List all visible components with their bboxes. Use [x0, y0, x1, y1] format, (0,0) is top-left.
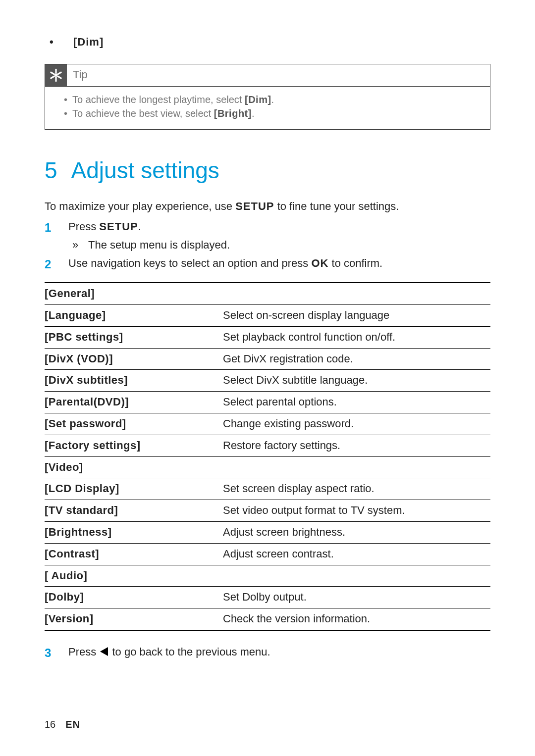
- setting-name: [Contrast]: [45, 543, 223, 565]
- intro-text: To maximize your play experience, use SE…: [45, 199, 490, 214]
- setting-desc: [223, 565, 490, 587]
- setting-name: [TV standard]: [45, 500, 223, 522]
- bullet-dot: •: [50, 35, 73, 50]
- step-3: 3 Press to go back to the previous menu.: [45, 645, 490, 661]
- tip-title: Tip: [73, 67, 88, 83]
- setting-name: [PBC settings]: [45, 326, 223, 348]
- step-number: 3: [45, 645, 68, 661]
- setting-desc: Set playback control function on/off.: [223, 326, 490, 348]
- step-number: 2: [45, 256, 68, 273]
- tip-body: To achieve the longest playtime, select …: [45, 86, 490, 129]
- setting-name: [Brightness]: [45, 521, 223, 543]
- setting-desc: Change existing password.: [223, 413, 490, 435]
- svg-point-0: [54, 74, 57, 77]
- setting-name: [LCD Display]: [45, 478, 223, 500]
- setting-desc: Set Dolby output.: [223, 587, 490, 608]
- section-heading: 5 Adjust settings: [45, 154, 490, 186]
- setting-desc: Select parental options.: [223, 392, 490, 413]
- setting-name: [Parental(DVD)]: [45, 392, 223, 413]
- setting-name: [ Audio]: [45, 565, 223, 587]
- setting-name: [DivX (VOD)]: [45, 348, 223, 370]
- step-body: Use navigation keys to select an option …: [68, 256, 490, 273]
- table-row: [Parental(DVD)]Select parental options.: [45, 392, 490, 413]
- table-row: [Contrast]Adjust screen contrast.: [45, 543, 490, 565]
- step: 1Press SETUP.»The setup menu is displaye…: [45, 219, 490, 253]
- setting-name: [Video]: [45, 456, 223, 478]
- table-row: [PBC settings]Set playback control funct…: [45, 326, 490, 348]
- setting-name: [Set password]: [45, 413, 223, 435]
- substep: »The setup menu is displayed.: [68, 238, 490, 253]
- table-row: [Version]Check the version information.: [45, 608, 490, 630]
- setting-name: [Language]: [45, 304, 223, 326]
- table-row: [Set password]Change existing password.: [45, 413, 490, 435]
- bullet-dim: • [Dim]: [45, 35, 490, 50]
- setting-name: [Version]: [45, 608, 223, 630]
- svg-rect-1: [55, 68, 56, 74]
- settings-table: [General][Language]Select on-screen disp…: [45, 282, 490, 631]
- svg-rect-5: [50, 71, 55, 75]
- svg-rect-6: [57, 75, 62, 79]
- table-row: [TV standard]Set video output format to …: [45, 500, 490, 522]
- setting-desc: Get DivX registration code.: [223, 348, 490, 370]
- svg-rect-2: [55, 76, 56, 82]
- setting-desc: Select on-screen display language: [223, 304, 490, 326]
- table-row: [Dolby]Set Dolby output.: [45, 587, 490, 608]
- asterisk-icon: [45, 64, 67, 86]
- tip-box: Tip To achieve the longest playtime, sel…: [45, 64, 490, 130]
- tip-item: To achieve the longest playtime, select …: [64, 93, 479, 106]
- setting-desc: Set screen display aspect ratio.: [223, 478, 490, 500]
- svg-rect-3: [57, 71, 62, 75]
- bullet-label: [Dim]: [73, 35, 104, 50]
- setting-name: [Factory settings]: [45, 435, 223, 456]
- setting-desc: Adjust screen brightness.: [223, 521, 490, 543]
- setting-name: [Dolby]: [45, 587, 223, 608]
- table-row: [General]: [45, 283, 490, 304]
- tip-header: Tip: [45, 64, 490, 86]
- table-row: [DivX (VOD)]Get DivX registration code.: [45, 348, 490, 370]
- section-title: Adjust settings: [71, 154, 219, 186]
- svg-rect-4: [50, 75, 55, 79]
- table-row: [Brightness]Adjust screen brightness.: [45, 521, 490, 543]
- step-body: Press SETUP.»The setup menu is displayed…: [68, 219, 490, 253]
- setting-desc: Restore factory settings.: [223, 435, 490, 456]
- setting-desc: Select DivX subtitle language.: [223, 370, 490, 392]
- table-row: [LCD Display]Set screen display aspect r…: [45, 478, 490, 500]
- table-row: [ Audio]: [45, 565, 490, 587]
- section-number: 5: [45, 154, 57, 186]
- table-row: [Video]: [45, 456, 490, 478]
- left-triangle-icon: [100, 647, 108, 656]
- setting-desc: [223, 283, 490, 304]
- step: 2Use navigation keys to select an option…: [45, 256, 490, 273]
- step-number: 1: [45, 219, 68, 253]
- table-row: [Factory settings]Restore factory settin…: [45, 435, 490, 456]
- setting-name: [DivX subtitles]: [45, 370, 223, 392]
- setting-desc: Set video output format to TV system.: [223, 500, 490, 522]
- table-row: [Language]Select on-screen display langu…: [45, 304, 490, 326]
- tip-item: To achieve the best view, select [Bright…: [64, 106, 479, 120]
- result-arrow-icon: »: [68, 238, 88, 253]
- setting-desc: [223, 456, 490, 478]
- setting-desc: Check the version information.: [223, 608, 490, 630]
- setting-desc: Adjust screen contrast.: [223, 543, 490, 565]
- setting-name: [General]: [45, 283, 223, 304]
- step-body: Press to go back to the previous menu.: [68, 645, 490, 661]
- table-row: [DivX subtitles]Select DivX subtitle lan…: [45, 370, 490, 392]
